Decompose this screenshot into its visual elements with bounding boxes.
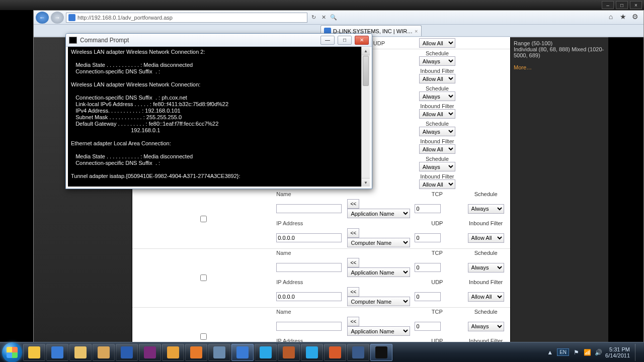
copy-computer-button[interactable]: << (347, 228, 359, 238)
application-select[interactable]: Application Name (347, 267, 410, 277)
wmp-icon (190, 346, 202, 358)
udp-port-input[interactable] (415, 233, 441, 242)
taskbar-disc-button[interactable] (324, 344, 346, 361)
folders-icon (98, 346, 110, 358)
schedule-select[interactable]: Always (468, 322, 504, 331)
favorites-button[interactable]: ★ (618, 12, 627, 21)
copy-app-button[interactable]: << (347, 317, 359, 326)
inbound-filter-select[interactable]: Allow All (468, 233, 504, 243)
inbound-filter-select[interactable]: Allow All (419, 179, 455, 189)
copy-computer-button[interactable]: << (347, 287, 359, 297)
help-more-link[interactable]: More… (514, 64, 532, 70)
schedule-select[interactable]: Always (419, 56, 455, 66)
application-select[interactable]: Application Name (347, 209, 410, 218)
taskbar-cmd-button[interactable] (370, 344, 392, 361)
rule-enable-checkbox[interactable] (200, 275, 207, 281)
name-input[interactable] (276, 263, 342, 272)
volume-icon[interactable]: 🔊 (594, 348, 602, 356)
chrome-icon (28, 346, 40, 358)
cmd-titlebar[interactable]: Command Prompt — □ ✕ (66, 34, 372, 47)
system-tray[interactable]: ▲ EN ⚑ 📶 🔊 5:31 PM 6/14/2011 (546, 344, 642, 361)
stop-button[interactable]: ✕ (319, 14, 328, 22)
inbound-filter-select[interactable]: Allow All (419, 144, 455, 154)
taskbar-onenote-button[interactable] (139, 344, 161, 361)
scroll-thumb[interactable] (363, 56, 369, 86)
schedule-select[interactable]: Always (468, 204, 504, 214)
schedule-select[interactable]: Always (419, 127, 455, 136)
paint-icon (283, 346, 295, 358)
name-input[interactable] (276, 322, 342, 331)
schedule-select[interactable]: Always (419, 162, 455, 171)
application-select[interactable]: Application Name (347, 326, 410, 336)
taskbar-calc-button[interactable] (208, 344, 230, 361)
computer-select[interactable]: Computer Name (347, 297, 410, 306)
inbound-filter-select[interactable]: Allow All (419, 38, 455, 48)
start-button[interactable] (2, 342, 22, 363)
schedule-select[interactable]: Always (419, 92, 455, 101)
inbound-filter-select[interactable]: Allow All (468, 292, 504, 302)
rule-enable-checkbox[interactable] (200, 333, 207, 340)
back-button[interactable]: ← (36, 12, 49, 24)
taskbar-paint-button[interactable] (278, 344, 300, 361)
taskbar-app-button[interactable] (347, 344, 369, 361)
cmd-max-button[interactable]: □ (338, 36, 352, 45)
player-close-button[interactable]: × (630, 1, 642, 9)
ip-input[interactable] (276, 292, 342, 301)
tcp-port-input[interactable] (415, 322, 441, 331)
refresh-button[interactable]: ↻ (309, 14, 317, 22)
taskbar-ie-button[interactable] (46, 344, 68, 361)
tcp-port-input[interactable] (415, 263, 441, 272)
copy-app-button[interactable]: << (347, 258, 359, 267)
tcp-port-input[interactable] (415, 204, 441, 213)
taskbar-skype2-button[interactable] (301, 344, 323, 361)
help-panel: Range (50-100) Individual (80, 68, 888) … (510, 37, 608, 351)
player-titlebar: – □ × (0, 0, 644, 10)
taskbar-outlook-button[interactable] (162, 344, 184, 361)
ie2-icon (236, 346, 249, 358)
scroll-up-button[interactable]: ▲ (362, 47, 370, 55)
cmd-output[interactable]: Wireless LAN adapter Wireless Network Co… (68, 47, 370, 187)
ie-favicon-icon (68, 14, 75, 21)
disc-icon (329, 346, 341, 358)
forward-button[interactable]: → (51, 12, 64, 24)
url-text: http://192.168.0.1/adv_portforward.asp (77, 15, 173, 21)
taskbar-explorer-button[interactable] (69, 344, 92, 361)
copy-app-button[interactable]: << (347, 199, 359, 209)
ip-input[interactable] (276, 233, 342, 242)
search-button[interactable]: 🔍 (330, 14, 338, 22)
cmd-close-button[interactable]: ✕ (355, 36, 369, 45)
inbound-filter-select[interactable]: Allow All (419, 109, 455, 119)
rule-enable-checkbox[interactable] (200, 216, 207, 222)
cmd-min-button[interactable]: — (320, 36, 335, 45)
desktop-background (0, 10, 33, 342)
command-prompt-window[interactable]: Command Prompt — □ ✕ Wireless LAN adapte… (65, 33, 372, 189)
taskbar-chrome-button[interactable] (23, 344, 45, 361)
taskbar-skype-button[interactable] (255, 344, 277, 361)
skype-icon (260, 346, 272, 358)
tray-up-icon[interactable]: ▲ (546, 348, 554, 356)
player-min-button[interactable]: – (602, 1, 614, 9)
clock[interactable]: 5:31 PM 6/14/2011 (605, 346, 630, 358)
language-indicator[interactable]: EN (557, 348, 569, 356)
cmd-scrollbar[interactable]: ▲ ▼ (361, 47, 370, 187)
home-button[interactable]: ⌂ (606, 12, 615, 21)
action-center-icon[interactable]: ⚑ (572, 348, 580, 356)
name-input[interactable] (276, 204, 342, 213)
scroll-down-button[interactable]: ▼ (362, 178, 370, 187)
address-bar[interactable]: http://192.168.0.1/adv_portforward.asp (66, 13, 307, 23)
show-desktop-button[interactable] (635, 344, 640, 361)
taskbar-word-button[interactable] (116, 344, 138, 361)
computer-select[interactable]: Computer Name (347, 238, 410, 247)
help-text: Range (50-100) (514, 40, 605, 46)
udp-port-input[interactable] (415, 292, 441, 301)
outlook-icon (167, 346, 179, 358)
player-max-button[interactable]: □ (616, 1, 628, 9)
network-icon[interactable]: 📶 (583, 348, 591, 356)
taskbar-folders-button[interactable] (93, 344, 115, 361)
schedule-select[interactable]: Always (468, 263, 504, 273)
tools-button[interactable]: ⚙ (630, 12, 639, 21)
taskbar-ie2-button[interactable] (231, 344, 254, 361)
inbound-filter-select[interactable]: Allow All (419, 74, 455, 83)
taskbar-wmp-button[interactable] (185, 344, 207, 361)
tab-close-button[interactable]: × (415, 28, 418, 34)
